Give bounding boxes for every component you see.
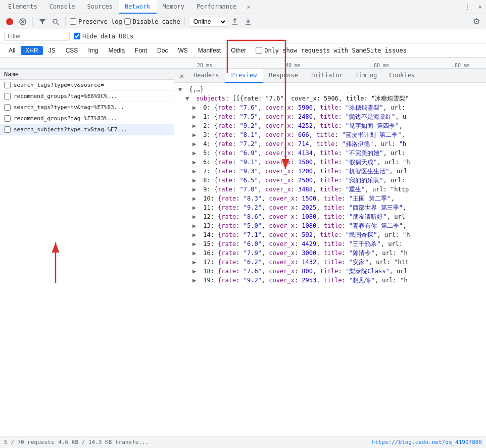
tab-sources[interactable]: Sources	[81, 0, 119, 14]
item-11-toggle[interactable]: ▶	[192, 203, 200, 212]
tab-headers[interactable]: Headers	[187, 69, 225, 83]
divider1	[32, 17, 33, 26]
item-9-toggle[interactable]: ▶	[192, 185, 200, 194]
preserve-log-label[interactable]: Preserve log	[70, 18, 122, 25]
status-bar: 5 / 70 requests 4.6 KB / 14.3 KB transfe…	[0, 436, 486, 448]
throttle-select[interactable]: Online Fast 3G Slow 3G Offline	[189, 17, 227, 27]
item-12-toggle[interactable]: ▶	[192, 212, 200, 221]
type-font[interactable]: Font	[130, 46, 152, 55]
json-item-1: ▶ 1: { rate : "7.5" , cover_x : 2480 , t…	[178, 112, 482, 121]
tab-preview[interactable]: Preview	[225, 69, 263, 83]
item-4-toggle[interactable]: ▶	[192, 139, 200, 148]
ruler-tick-2: 40 ms	[285, 63, 301, 68]
filter-toggle-button[interactable]	[37, 16, 48, 27]
item-15-toggle[interactable]: ▶	[192, 239, 200, 248]
clear-button[interactable]	[17, 16, 28, 27]
tab-bar: Elements Console Sources Network Memory …	[0, 0, 486, 14]
item-16-toggle[interactable]: ▶	[192, 248, 200, 258]
item-10-toggle[interactable]: ▶	[192, 194, 200, 203]
item-6-toggle[interactable]: ▶	[192, 158, 200, 167]
item-17-toggle[interactable]: ▶	[192, 258, 200, 267]
item-1-toggle[interactable]: ▶	[192, 112, 200, 121]
hide-data-urls-checkbox[interactable]	[74, 33, 80, 39]
type-doc[interactable]: Doc	[153, 46, 172, 55]
root-toggle[interactable]: ▼	[178, 85, 185, 94]
svg-point-3	[53, 19, 57, 23]
devtools-close-button[interactable]: ⋮	[460, 0, 474, 14]
settings-button[interactable]: ⚙	[471, 16, 482, 27]
json-preview[interactable]: ▼ {,…} ▼ subjects : [ [{rate: "7.6", cov…	[174, 83, 486, 436]
json-item-15: ▶ 15: { rate : "6.0" , cover_x : 4429 , …	[178, 239, 482, 248]
request-count: 5 / 70 requests	[4, 439, 54, 445]
item-14-toggle[interactable]: ▶	[192, 230, 200, 239]
request-item-2[interactable]: search_tags?type=tv&tag=%E7%83...	[0, 102, 174, 113]
item-19-toggle[interactable]: ▶	[192, 276, 200, 285]
samesite-label[interactable]: Only show requests with SameSite issues	[256, 47, 407, 54]
status-url: https://blog.csdn.net/qq_41907806	[371, 439, 482, 445]
export-har-button[interactable]	[242, 16, 254, 27]
item-8-toggle[interactable]: ▶	[192, 176, 200, 185]
devtools-settings-button[interactable]: ×	[474, 0, 486, 14]
more-tabs-button[interactable]: »	[242, 0, 254, 14]
tab-network[interactable]: Network	[119, 0, 157, 14]
record-button[interactable]	[4, 16, 15, 27]
type-ws[interactable]: WS	[173, 46, 192, 55]
svg-line-4	[57, 23, 59, 25]
filter-input[interactable]	[4, 32, 70, 41]
upload-icon	[231, 18, 238, 25]
item-18-toggle[interactable]: ▶	[192, 267, 200, 276]
json-item-4: ▶ 4: { rate : "7.2" , cover_x : 714 , ti…	[178, 139, 482, 148]
request-checkbox-4[interactable]	[4, 126, 11, 133]
type-all[interactable]: All	[4, 46, 20, 55]
type-js[interactable]: JS	[44, 46, 60, 55]
request-item-3[interactable]: recommend_groups?tag=%E7%83%...	[0, 113, 174, 124]
type-xhr[interactable]: XHR	[21, 46, 42, 55]
json-item-2: ▶ 2: { rate : "9.2" , cover_x : 4252 , t…	[178, 121, 482, 130]
type-manifest[interactable]: Manifest	[193, 46, 225, 55]
subjects-toggle[interactable]: ▼	[185, 94, 192, 103]
tab-console[interactable]: Console	[43, 0, 81, 14]
json-item-9: ▶ 9: { rate : "7.0" , cover_x : 3488 , t…	[178, 185, 482, 194]
json-item-7: ▶ 7: { rate : "9.3" , cover_x : 1200 , t…	[178, 167, 482, 176]
samesite-checkbox[interactable]	[256, 47, 262, 54]
item-7-toggle[interactable]: ▶	[192, 167, 200, 176]
item-3-toggle[interactable]: ▶	[192, 130, 200, 139]
type-img[interactable]: Img	[83, 46, 103, 55]
detail-close-button[interactable]: ✕	[176, 70, 187, 81]
disable-cache-checkbox[interactable]	[124, 18, 131, 25]
tab-cookies[interactable]: Cookies	[383, 69, 421, 83]
request-checkbox-2[interactable]	[4, 104, 11, 111]
preserve-log-checkbox[interactable]	[70, 18, 76, 25]
request-item-0[interactable]: search_tags?type=tv&source=	[0, 80, 174, 91]
request-item-4[interactable]: search_subjects?type=tv&tag=%E7...	[0, 124, 174, 135]
detail-tabs: ✕ Headers Preview Response Initiator Tim…	[174, 69, 486, 83]
disable-cache-label[interactable]: Disable cache	[124, 18, 180, 25]
tab-timing[interactable]: Timing	[349, 69, 383, 83]
tab-memory[interactable]: Memory	[157, 0, 190, 14]
tab-elements[interactable]: Elements	[2, 0, 43, 14]
import-har-button[interactable]	[229, 16, 240, 27]
hide-data-urls-label[interactable]: Hide data URLs	[74, 33, 133, 40]
ruler-tick-3: 60 ms	[374, 63, 389, 68]
json-item-19: ▶ 19: { rate : "9.2" , cover_x : 2953 , …	[178, 276, 482, 285]
type-css[interactable]: CSS	[61, 46, 83, 55]
item-5-toggle[interactable]: ▶	[192, 148, 200, 158]
record-icon	[6, 18, 13, 25]
search-button[interactable]	[50, 16, 61, 27]
samesite-text: Only show requests with SameSite issues	[264, 47, 407, 54]
clear-icon	[19, 18, 26, 25]
request-checkbox-1[interactable]	[4, 93, 11, 99]
tab-spacer	[255, 0, 460, 14]
request-checkbox-3[interactable]	[4, 115, 11, 122]
type-filter-bar: All XHR JS CSS Img Media Font Doc WS Man…	[0, 43, 486, 58]
item-0-toggle[interactable]: ▶	[192, 103, 200, 112]
request-item-1[interactable]: recommend_groups?tag=%E6%9C%...	[0, 91, 174, 102]
request-checkbox-0[interactable]	[4, 82, 11, 88]
tab-performance[interactable]: Performance	[190, 0, 242, 14]
type-other[interactable]: Other	[226, 46, 251, 55]
type-media[interactable]: Media	[104, 46, 129, 55]
item-13-toggle[interactable]: ▶	[192, 221, 200, 230]
tab-response[interactable]: Response	[263, 69, 304, 83]
tab-initiator[interactable]: Initiator	[304, 69, 349, 83]
item-2-toggle[interactable]: ▶	[192, 121, 200, 130]
